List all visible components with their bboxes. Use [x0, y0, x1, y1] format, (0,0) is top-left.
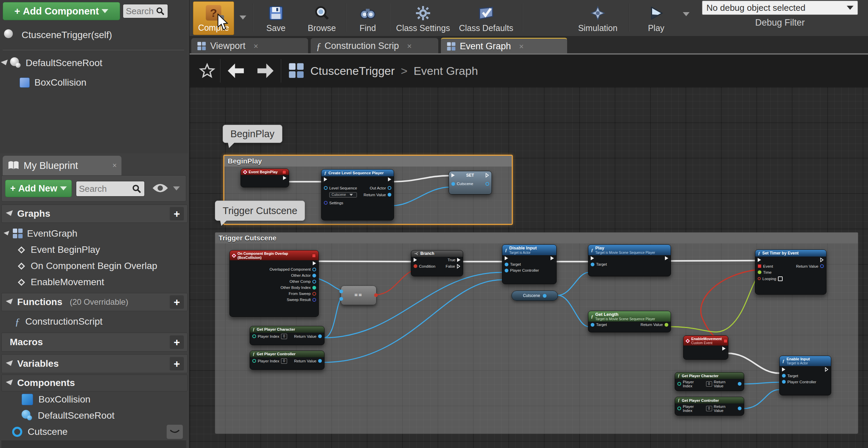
expander-icon[interactable] [1, 60, 9, 67]
add-new-button[interactable]: + Add New [5, 180, 72, 197]
other-actor-pin[interactable] [312, 274, 316, 277]
exec-out-pin[interactable] [388, 177, 391, 181]
construction-script-row[interactable]: ƒ ConstructionScript [0, 313, 188, 330]
component-row-scene-root[interactable]: DefaultSceneRoot [0, 54, 188, 72]
event-delegate-pin[interactable] [758, 264, 761, 268]
exec-out-pin[interactable] [825, 367, 829, 372]
cutscene-out-pin[interactable] [485, 182, 489, 186]
browse-button[interactable]: Browse [301, 1, 343, 35]
exec-out-pin[interactable] [283, 176, 286, 180]
time-pin[interactable] [758, 270, 761, 274]
node-get-length[interactable]: ƒ Get Length Target is Movie Scene Seque… [588, 311, 671, 332]
exec-in-pin[interactable] [451, 173, 455, 177]
comment-trigger-title[interactable]: Trigger Cutscene [215, 233, 858, 243]
player-index-pin[interactable] [677, 382, 681, 386]
node-branch[interactable]: Branch True Condition False [411, 250, 463, 276]
components-section-header[interactable]: Components [1, 375, 188, 391]
delegate-pin[interactable] [282, 170, 286, 174]
player-controller-pin[interactable] [505, 269, 508, 272]
my-blueprint-tab[interactable]: My Blueprint × [3, 156, 121, 175]
target-pin[interactable] [591, 263, 594, 266]
node-get-player-character-2[interactable]: ƒ Get Player Character Player Index0 Ret… [675, 372, 744, 391]
node-set-cutscene[interactable]: SET Cutscene [449, 171, 492, 195]
false-exec-pin[interactable] [457, 264, 460, 269]
equal-a-pin[interactable] [339, 290, 343, 293]
condition-pin[interactable] [414, 264, 417, 268]
exec-in-pin[interactable] [758, 258, 761, 262]
add-graph-button[interactable]: + [170, 207, 184, 220]
add-variable-button[interactable]: + [170, 357, 184, 370]
back-arrow-icon[interactable] [225, 62, 246, 80]
exec-in-pin[interactable] [591, 256, 594, 260]
add-function-button[interactable]: + [170, 295, 184, 309]
play-button[interactable]: Play [638, 1, 675, 35]
play-options-caret[interactable] [683, 12, 690, 16]
node-play[interactable]: ƒ Play Target is Movie Scene Sequence Pl… [588, 244, 671, 276]
other-comp-pin[interactable] [312, 280, 316, 283]
looping-checkbox[interactable] [778, 276, 783, 281]
delegate-pin[interactable] [724, 339, 727, 343]
event-beginplay-row[interactable]: Event BeginPlay [0, 242, 188, 258]
return-value-pin[interactable] [318, 334, 322, 338]
class-defaults-button[interactable]: Class Defaults [456, 1, 516, 35]
event-graph-canvas[interactable]: CtusceneTrigger > Event Graph BeginPlay … [190, 55, 868, 448]
player-index-pin[interactable] [677, 407, 681, 410]
node-set-timer-by-event[interactable]: ƒ Set Timer by Event Event Return Value … [755, 249, 827, 295]
delegate-pin[interactable] [312, 254, 316, 258]
exec-in-pin[interactable] [324, 177, 327, 181]
level-sequence-pin[interactable] [324, 186, 328, 190]
chevron-down-icon[interactable] [173, 186, 180, 190]
target-pin[interactable] [782, 374, 786, 378]
exec-out-pin[interactable] [485, 173, 489, 178]
out-actor-pin[interactable] [388, 186, 391, 190]
tab-event-graph[interactable]: Event Graph × [441, 38, 567, 54]
simulation-button[interactable]: Simulation [571, 1, 625, 35]
return-value-pin[interactable] [388, 193, 391, 197]
equal-b-pin[interactable] [339, 297, 343, 301]
macros-section-header[interactable]: Macros + [1, 333, 188, 352]
expander-icon[interactable] [6, 380, 14, 387]
player-controller-pin[interactable] [782, 380, 786, 384]
tab-construction-script[interactable]: ƒ Construction Scrip × [310, 38, 439, 54]
expander-icon[interactable] [6, 210, 14, 217]
my-blueprint-search[interactable] [76, 181, 145, 197]
visibility-toggle[interactable] [167, 425, 183, 439]
exec-out-pin[interactable] [820, 258, 824, 262]
player-index-pin[interactable] [252, 334, 256, 338]
exec-in-pin[interactable] [782, 367, 785, 371]
graphs-section-header[interactable]: Graphs + [1, 205, 188, 223]
node-cutscene-getter[interactable]: Cutscene [511, 291, 558, 301]
exec-out-pin[interactable] [551, 256, 554, 260]
looping-pin[interactable] [758, 277, 761, 280]
close-icon[interactable]: × [407, 41, 412, 51]
node-equal[interactable]: == [341, 286, 376, 305]
find-button[interactable]: Find [350, 1, 385, 35]
player-index-value[interactable]: 0 [706, 381, 712, 387]
cutscene-out-pin[interactable] [543, 294, 547, 298]
on-overlap-row[interactable]: On Component Begin Overlap [0, 258, 188, 274]
enable-movement-row[interactable]: EnableMovement [0, 274, 188, 290]
save-button[interactable]: Save [257, 1, 295, 35]
var-cutscene-row[interactable]: Cutscene [0, 424, 188, 440]
eye-filter-icon[interactable] [151, 182, 169, 195]
node-get-player-character-1[interactable]: ƒ Get Player Character Player Index0 Ret… [250, 326, 325, 345]
node-on-component-begin-overlap[interactable]: On Component Begin Overlap (BoxCollision… [229, 250, 319, 317]
overlapped-component-pin[interactable] [312, 268, 316, 271]
node-create-level-sequence-player[interactable]: ƒ Create Level Sequence Player Level Seq… [321, 169, 394, 220]
exec-out-pin[interactable] [313, 261, 316, 265]
player-index-value[interactable]: 0 [281, 334, 287, 339]
functions-section-header[interactable]: Functions (20 Overridable) + [1, 293, 188, 311]
node-get-player-controller-1[interactable]: ƒ Get Player Controller Player Index0 Re… [250, 351, 325, 370]
other-body-index-pin[interactable] [312, 286, 316, 290]
settings-pin[interactable] [324, 201, 328, 205]
cutscene-in-pin[interactable] [451, 182, 455, 186]
expander-icon[interactable] [6, 299, 14, 306]
debug-object-select[interactable]: No debug object selected [702, 1, 858, 15]
from-sweep-pin[interactable] [312, 292, 316, 296]
close-icon[interactable]: × [519, 42, 524, 51]
close-icon[interactable]: × [254, 41, 258, 51]
node-get-player-controller-2[interactable]: ƒ Get Player Controller Player Index0 Re… [675, 397, 744, 416]
var-box-collision-row[interactable]: BoxCollision [0, 391, 188, 408]
breadcrumb-root[interactable]: CtusceneTrigger [310, 64, 395, 78]
exec-in-pin[interactable] [505, 256, 508, 260]
